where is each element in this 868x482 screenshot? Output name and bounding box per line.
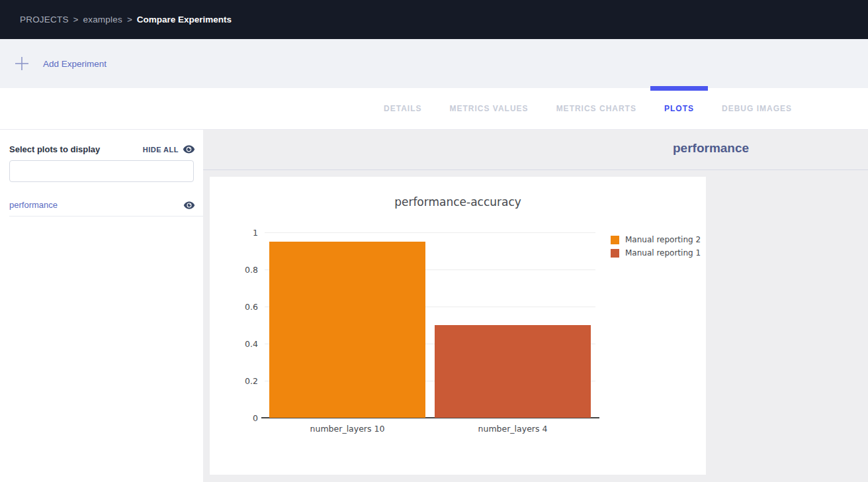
plot-list: performance xyxy=(0,194,203,217)
tab-label: DETAILS xyxy=(384,104,421,113)
plot-selector-sidebar: Select plots to display HIDE ALL perform… xyxy=(0,130,203,482)
chart-legend: Manual reporting 2Manual reporting 1 xyxy=(611,235,701,262)
metric-group-title: performance xyxy=(673,141,749,156)
plots-content-area: performance performance-accuracy 00.20.4… xyxy=(203,130,868,482)
add-experiment-label[interactable]: Add Experiment xyxy=(43,59,107,69)
chart-title: performance-accuracy xyxy=(210,195,706,209)
y-axis-tick-label: 0.4 xyxy=(245,339,258,349)
hide-all-button[interactable]: HIDE ALL xyxy=(143,144,195,154)
tab-metrics-values[interactable]: METRICS VALUES xyxy=(436,88,542,129)
tab-label: PLOTS xyxy=(664,104,694,113)
toggle-visibility-button[interactable] xyxy=(183,201,195,210)
plot-card: performance-accuracy 00.20.40.60.81numbe… xyxy=(210,177,706,475)
breadcrumb-bar: PROJECTS > examples > Compare Experiment… xyxy=(0,0,868,39)
eye-icon xyxy=(183,144,195,154)
eye-icon xyxy=(183,201,195,210)
add-experiment-button[interactable] xyxy=(12,54,32,73)
plus-icon xyxy=(15,56,29,71)
tab-bar: DETAILSMETRICS VALUESMETRICS CHARTSPLOTS… xyxy=(0,88,868,130)
legend-item[interactable]: Manual reporting 2 xyxy=(611,235,701,244)
hide-all-label: HIDE ALL xyxy=(143,146,179,154)
y-axis-tick-label: 1 xyxy=(253,228,258,238)
x-axis-tick-label: number_layers 10 xyxy=(310,424,385,434)
legend-swatch xyxy=(611,249,619,258)
active-tab-indicator xyxy=(650,86,708,91)
legend-label: Manual reporting 2 xyxy=(625,235,701,244)
breadcrumb-projects[interactable]: PROJECTS xyxy=(20,15,69,24)
tab-label: METRICS CHARTS xyxy=(556,104,636,113)
breadcrumb-current-page: Compare Experiments xyxy=(137,15,232,24)
y-axis-tick-label: 0 xyxy=(253,413,258,423)
tab-label: METRICS VALUES xyxy=(450,104,529,113)
plot-list-item[interactable]: performance xyxy=(9,194,203,217)
y-axis-tick-label: 0.6 xyxy=(245,302,258,312)
breadcrumb-separator: > xyxy=(127,15,132,24)
breadcrumb-project-examples[interactable]: examples xyxy=(83,15,122,24)
legend-label: Manual reporting 1 xyxy=(625,248,701,258)
plot-area[interactable]: 00.20.40.60.81number_layers 10number_lay… xyxy=(265,232,595,418)
y-axis-tick-label: 0.8 xyxy=(245,265,258,275)
y-axis-tick-label: 0.2 xyxy=(245,376,258,386)
legend-swatch xyxy=(611,236,619,244)
plot-filter-input[interactable] xyxy=(9,160,194,182)
bar-manual-reporting-2[interactable] xyxy=(269,242,425,418)
tab-metrics-charts[interactable]: METRICS CHARTS xyxy=(542,88,650,129)
tab-details[interactable]: DETAILS xyxy=(370,88,435,129)
metric-group-header: performance xyxy=(203,130,868,170)
action-bar: Add Experiment xyxy=(0,39,868,88)
bar-manual-reporting-1[interactable] xyxy=(435,325,591,418)
gridline xyxy=(265,232,595,233)
tab-label: DEBUG IMAGES xyxy=(722,104,792,113)
tab-debug-images[interactable]: DEBUG IMAGES xyxy=(708,88,806,129)
tab-plots[interactable]: PLOTS xyxy=(650,88,708,129)
compare-experiments-page: PROJECTS > examples > Compare Experiment… xyxy=(0,0,868,482)
legend-item[interactable]: Manual reporting 1 xyxy=(611,248,701,258)
plot-item-label[interactable]: performance xyxy=(9,200,58,210)
sidebar-title: Select plots to display xyxy=(9,144,100,154)
x-axis-tick-label: number_layers 4 xyxy=(478,424,548,434)
breadcrumb-separator: > xyxy=(73,15,79,24)
